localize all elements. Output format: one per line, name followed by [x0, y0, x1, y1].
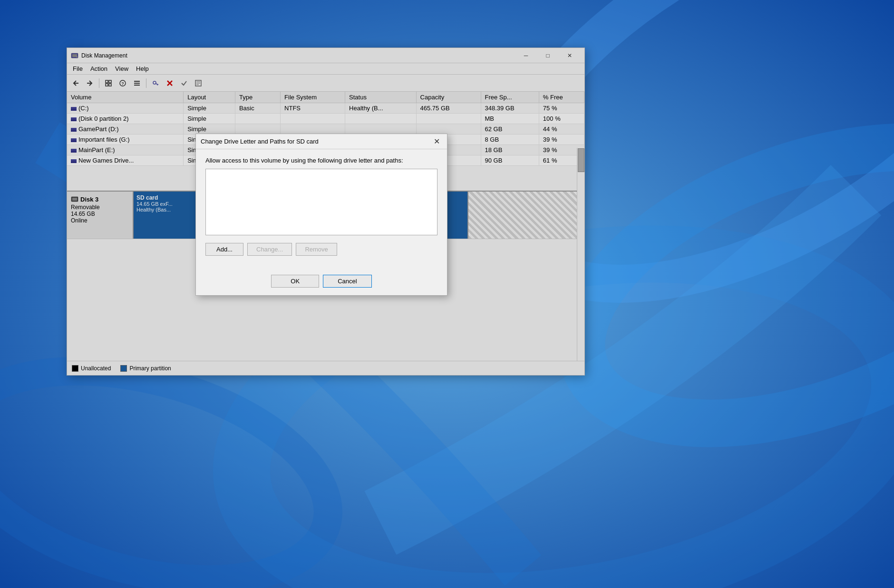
change-drive-dialog: Change Drive Letter and Paths for SD car… [195, 134, 447, 296]
svg-point-2 [544, 92, 894, 478]
dialog-description: Allow access to this volume by using the… [205, 157, 437, 164]
dialog-title-bar: Change Drive Letter and Paths for SD car… [196, 134, 447, 149]
cancel-button[interactable]: Cancel [323, 275, 371, 288]
dialog-listbox[interactable] [205, 169, 437, 235]
ok-button[interactable]: OK [271, 275, 319, 288]
add-button[interactable]: Add... [205, 243, 243, 256]
dialog-body: Allow access to this volume by using the… [196, 149, 447, 271]
change-button[interactable]: Change... [247, 243, 292, 256]
main-window: Disk Management ─ □ ✕ File Action View H… [67, 48, 585, 376]
dialog-overlay: Change Drive Letter and Paths for SD car… [67, 48, 584, 375]
dialog-action-buttons: Add... Change... Remove [205, 243, 437, 256]
dialog-footer: OK Cancel [196, 271, 447, 295]
dialog-title: Change Drive Letter and Paths for SD car… [201, 138, 431, 145]
dialog-close-button[interactable]: ✕ [431, 136, 442, 147]
remove-drive-button[interactable]: Remove [296, 243, 337, 256]
